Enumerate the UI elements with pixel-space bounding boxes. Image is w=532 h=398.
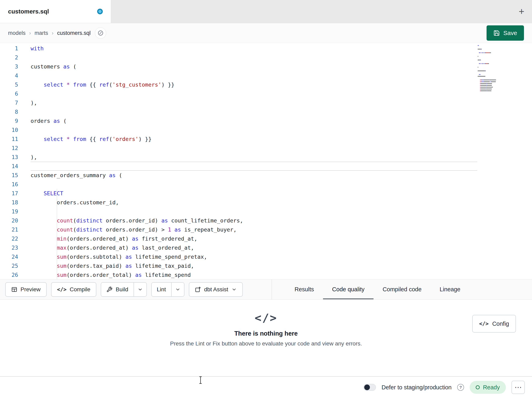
compile-button[interactable]: </> Compile: [51, 282, 96, 297]
tab-customers-sql[interactable]: customers.sql: [0, 0, 111, 23]
code-line[interactable]: 2: [0, 53, 532, 62]
toggle-knob: [364, 385, 370, 390]
minimap-line: [478, 59, 508, 60]
build-dropdown-button[interactable]: [133, 283, 146, 296]
panel-tab-code-quality[interactable]: Code quality: [332, 280, 364, 299]
preview-button[interactable]: Preview: [5, 282, 47, 297]
save-button[interactable]: Save: [487, 25, 524, 41]
minimap-line: [478, 58, 508, 59]
build-button-label: Build: [116, 286, 128, 293]
table-icon: [11, 287, 17, 293]
code-line[interactable]: 17 SELECT: [0, 189, 532, 198]
code-line[interactable]: 9orders as (: [0, 116, 532, 125]
status-badge[interactable]: Ready: [470, 381, 506, 394]
code-line[interactable]: 22 min(orders.ordered_at) as first_order…: [0, 234, 532, 243]
toolbar-divider: [272, 280, 272, 299]
code-line[interactable]: 11 select * from {{ ref('orders') }}: [0, 135, 532, 144]
code-line[interactable]: 10: [0, 125, 532, 135]
code-line-text: ),: [31, 153, 37, 162]
code-line[interactable]: 18 orders.customer_id,: [0, 198, 532, 207]
unsaved-indicator-icon: [97, 9, 103, 14]
line-number: 18: [0, 198, 18, 207]
breadcrumb-item[interactable]: models: [8, 30, 25, 36]
line-number: 7: [0, 98, 18, 107]
code-line[interactable]: 14: [0, 162, 532, 171]
minimap-line: [478, 65, 508, 66]
code-line-text: orders as (: [31, 116, 67, 125]
code-line[interactable]: 24 sum(orders.subtotal) as lifetime_spen…: [0, 252, 532, 261]
code-line-text: max(orders.ordered_at) as last_ordered_a…: [31, 243, 194, 252]
code-line[interactable]: 6: [0, 89, 532, 98]
line-number: 23: [0, 243, 18, 252]
code-line[interactable]: 3customers as (: [0, 62, 532, 71]
minimap-line: [478, 90, 508, 91]
dbt-assist-button[interactable]: dbt Assist: [189, 282, 243, 297]
minimap-line: [478, 45, 508, 46]
code-line-text: customer_orders_summary as (: [31, 171, 122, 180]
save-button-label: Save: [503, 30, 517, 36]
code-quality-panel: </> Config </> There is nothing here Pre…: [0, 300, 532, 376]
line-number: 4: [0, 71, 18, 80]
code-line-text: min(orders.ordered_at) as first_ordered_…: [31, 234, 197, 243]
code-line[interactable]: 5 select * from {{ ref('stg_customers') …: [0, 80, 532, 89]
minimap[interactable]: [478, 45, 508, 92]
code-line[interactable]: 23 max(orders.ordered_at) as last_ordere…: [0, 243, 532, 252]
code-line[interactable]: 13),: [0, 153, 532, 162]
code-line-text: ),: [31, 98, 37, 107]
new-tab-button[interactable]: +: [519, 7, 524, 16]
code-line[interactable]: 20 count(distinct orders.order_id) as co…: [0, 216, 532, 225]
line-number: 26: [0, 270, 18, 279]
code-line[interactable]: 16: [0, 180, 532, 189]
code-line[interactable]: 1with: [0, 44, 532, 53]
line-number: 21: [0, 225, 18, 234]
lint-button-group: Lint: [151, 282, 184, 297]
minimap-line: [478, 78, 508, 78]
code-line[interactable]: 21 count(distinct orders.order_id) > 1 a…: [0, 225, 532, 234]
code-line[interactable]: 19: [0, 207, 532, 216]
code-editor[interactable]: 1with23customers as (45 select * from {{…: [0, 43, 532, 279]
status-badge-label: Ready: [483, 384, 500, 391]
code-line[interactable]: 26 sum(orders.order_total) as lifetime_s…: [0, 270, 532, 279]
minimap-line: [478, 79, 508, 80]
help-icon[interactable]: ?: [457, 384, 464, 391]
line-number: 1: [0, 44, 18, 53]
minimap-line: [478, 54, 508, 55]
code-line-text: sum(orders.order_total) as lifetime_spen…: [31, 270, 191, 279]
more-options-button[interactable]: ⋯: [512, 381, 525, 394]
file-action-button[interactable]: [95, 27, 106, 39]
line-number: 9: [0, 116, 18, 125]
defer-label: Defer to staging/production: [381, 384, 451, 391]
panel-tab-compiled-code[interactable]: Compiled code: [383, 280, 421, 299]
defer-toggle[interactable]: [363, 384, 376, 391]
minimap-line: [478, 71, 508, 71]
breadcrumb-item[interactable]: customers.sql: [57, 30, 91, 36]
build-button[interactable]: Build: [101, 283, 133, 296]
code-line[interactable]: 4: [0, 71, 532, 80]
code-line[interactable]: 25 sum(orders.tax_paid) as lifetime_tax_…: [0, 261, 532, 270]
minimap-line: [478, 52, 508, 53]
code-line-text: SELECT: [31, 189, 63, 198]
code-line-text: sum(orders.tax_paid) as lifetime_tax_pai…: [31, 261, 194, 270]
tab-title: customers.sql: [8, 8, 49, 15]
panel-tab-lineage[interactable]: Lineage: [440, 280, 460, 299]
code-line[interactable]: 12: [0, 144, 532, 153]
minimap-line: [478, 76, 508, 77]
build-button-group: Build: [101, 282, 147, 297]
breadcrumb-item[interactable]: marts: [35, 30, 48, 36]
code-line[interactable]: 15customer_orders_summary as (: [0, 171, 532, 180]
ready-circle-icon: [476, 385, 480, 389]
code-line[interactable]: 7),: [0, 98, 532, 107]
code-line-text: count(distinct orders.order_id) as count…: [31, 216, 243, 225]
empty-state-title: There is nothing here: [234, 330, 298, 337]
lint-button[interactable]: Lint: [152, 283, 171, 296]
dbt-assist-button-label: dbt Assist: [204, 286, 228, 293]
minimap-line: [478, 81, 508, 82]
lint-dropdown-button[interactable]: [171, 283, 184, 296]
code-lines: 1with23customers as (45 select * from {{…: [0, 44, 532, 279]
code-line[interactable]: 8: [0, 107, 532, 116]
breadcrumb-bar: models›marts›customers.sql Save: [0, 23, 532, 43]
code-line-text: select * from {{ ref('stg_customers') }}: [31, 80, 174, 89]
panel-tab-results[interactable]: Results: [294, 280, 314, 299]
breadcrumb-separator: ›: [52, 30, 53, 36]
code-icon: </>: [57, 287, 67, 293]
